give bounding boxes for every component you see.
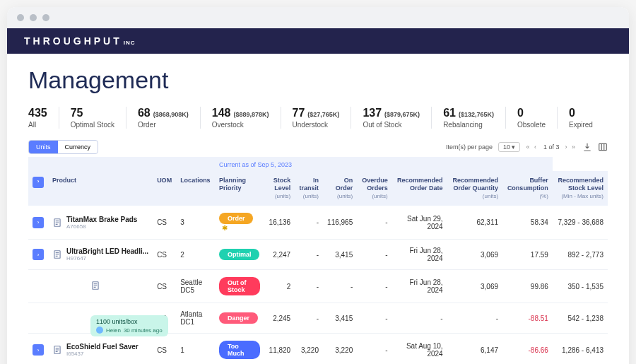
cell-recdate: - [392,303,447,334]
cell-uom: CS [153,270,176,303]
table-row[interactable]: ›UltraBright LED Headli...H97647CS2Optim… [28,240,608,270]
product-name: EcoShield Fuel Saver [66,343,139,351]
cell-location: 2 [176,240,215,270]
cell-recqty: 3,069 [447,240,502,270]
expand-row-icon[interactable]: › [33,249,44,260]
svg-rect-0 [599,143,607,150]
cell-onorder: - [323,270,357,303]
cell-buffer: -86.66 [502,334,553,364]
kpi-label: Order [138,121,189,129]
table-row[interactable]: 1100 units/boxHelen 30 minutes agoCSAtla… [28,303,608,334]
columns-icon[interactable] [598,142,608,152]
kpi-subvalue: ($27,765K) [307,111,339,118]
window-titlebar [7,7,629,28]
cell-stock: 2 [264,270,295,303]
table-header-row: › Product UOM Locations Planning Priorit… [28,171,608,206]
kpi-card[interactable]: 61($132,765K)Rebalancing [432,107,506,129]
cell-recqty: 3,069 [447,270,502,303]
expand-row-icon[interactable]: › [33,344,44,356]
pager-prev-first[interactable]: « ‹ [526,143,538,151]
col-stock[interactable]: Stock Level(units) [264,171,295,206]
pager-next-last[interactable]: › » [565,143,577,151]
cell-overdue: - [357,303,391,334]
kpi-card[interactable]: 148($889,878K)Overstock [201,107,281,129]
cell-onorder: 116,965 [323,206,357,240]
col-product[interactable]: Product [48,171,153,206]
cell-range: 542 - 1,238 [553,303,608,334]
table-row[interactable]: ›TitanMax Brake PadsA76658CS3Order✱16,13… [28,206,608,240]
col-uom[interactable]: UOM [153,171,176,206]
col-locations[interactable]: Locations [176,171,215,206]
kpi-value: 0 [569,107,575,119]
expand-all-icon[interactable]: › [33,177,44,188]
kpi-card[interactable]: 68($868,908K)Order [126,107,201,129]
cell-location: Seattle DC5 [176,270,215,303]
col-overdue[interactable]: Overdue Orders(units) [357,171,391,206]
cell-range: 350 - 1,535 [553,270,608,303]
kpi-value: 75 [71,107,83,119]
app-window: THROUGHPUT INC Management 435All75Optima… [7,7,629,364]
cell-transit: 3,220 [295,334,323,364]
document-icon [52,249,62,259]
col-buffer[interactable]: Buffer Consumption(%) [502,171,553,206]
pager: Item(s) per page 10 ▾ « ‹ 1 of 3 › » [446,142,608,152]
kpi-value: 77 [293,107,305,119]
cell-transit: - [295,240,323,270]
cell-uom: CS [153,206,176,240]
kpi-card[interactable]: 0Obsolete [506,107,558,129]
cell-recqty: 6,147 [447,334,502,364]
col-recqty[interactable]: Recommended Order Quantity(units) [447,171,502,206]
cell-transit: - [295,303,323,334]
kpi-subvalue: ($868,908K) [153,111,189,118]
pager-position: 1 of 3 [543,143,560,151]
kpi-card[interactable]: 435All [28,107,59,129]
kpi-label: Obsolete [517,121,546,129]
product-sku: I65437 [66,351,139,357]
page-size-select[interactable]: 10 ▾ [498,142,521,152]
window-dot[interactable] [17,14,24,21]
download-icon[interactable] [582,142,592,152]
priority-pill: Optimal [219,249,260,260]
brand-name: THROUGHPUT [24,35,122,47]
product-sku: H97647 [66,255,148,262]
window-dot[interactable] [30,14,37,21]
cell-buffer: 99.86 [502,270,553,303]
document-icon [52,218,62,228]
cell-stock: 11,820 [264,334,295,364]
cell-buffer: 58.34 [502,206,553,240]
window-dot[interactable] [42,14,49,21]
toggle-currency[interactable]: Currency [58,141,98,153]
cell-onorder: 3,220 [323,334,357,364]
kpi-card[interactable]: 137($879,675K)Out of Stock [351,107,432,129]
inventory-table: Current as of Sep 5, 2023 › Product UOM … [28,157,608,364]
kpi-subvalue: ($132,765K) [459,111,494,118]
table-toolbar: Units Currency Item(s) per page 10 ▾ « ‹… [28,140,608,154]
cell-buffer: 17.59 [502,240,553,270]
cell-buffer: -88.51 [502,303,553,334]
annotation-text: 1100 units/box [96,318,163,325]
cell-overdue: - [357,334,391,364]
col-transit[interactable]: In transit(units) [295,171,323,206]
kpi-card[interactable]: 77($27,765K)Understock [281,107,352,129]
cell-location: 1 [176,334,215,364]
cell-range: 892 - 2,773 [553,240,608,270]
kpi-card[interactable]: 0Expired [558,107,604,129]
col-recdate[interactable]: Recommended Order Date [392,171,447,206]
expand-row-icon[interactable]: › [33,217,44,228]
cell-range: 7,329 - 36,688 [553,206,608,240]
product-name: UltraBright LED Headli... [66,247,148,255]
toggle-units[interactable]: Units [29,141,58,153]
table-row[interactable]: CSSeattle DC5Out of Stock2---Fri Jun 28,… [28,270,608,303]
kpi-label: Rebalancing [443,121,494,129]
kpi-label: All [28,121,47,129]
as-of-label: Current as of Sep 5, 2023 [215,157,553,171]
col-priority[interactable]: Planning Priority [215,171,264,206]
kpi-card[interactable]: 75Optimal Stock [59,107,126,129]
product-sku: A76658 [66,223,137,230]
col-reclevel[interactable]: Recommended Stock Level(Min - Max units) [553,171,608,206]
cell-recqty: 62,311 [447,206,502,240]
units-currency-toggle[interactable]: Units Currency [28,140,98,154]
col-onorder[interactable]: On Order(units) [323,171,357,206]
avatar [96,327,103,334]
table-row[interactable]: ›EcoShield Fuel SaverI65437CS1Too Much11… [28,334,608,364]
